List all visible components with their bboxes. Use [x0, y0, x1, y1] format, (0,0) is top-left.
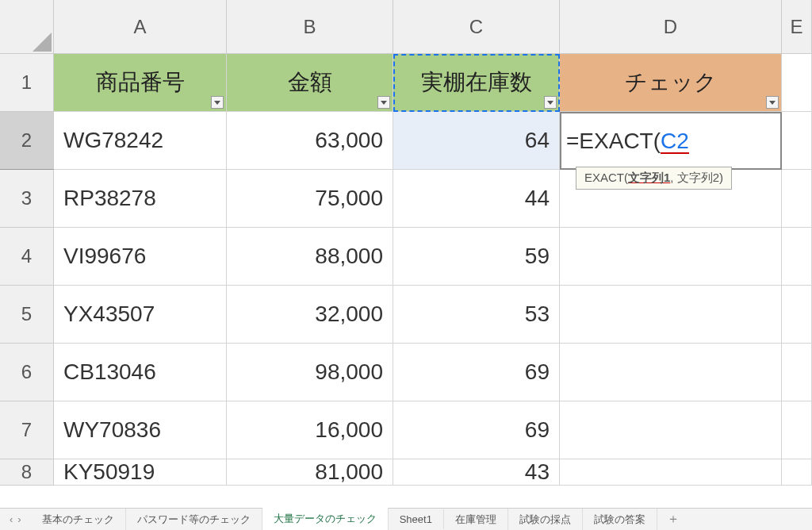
tab-nav: ‹ ›: [0, 513, 31, 525]
cell-B2[interactable]: 63,000: [227, 112, 393, 170]
sheet-tab[interactable]: 在庫管理: [444, 509, 508, 531]
sheet-tab[interactable]: 基本のチェック: [31, 509, 126, 531]
cell-B3[interactable]: 75,000: [227, 170, 393, 228]
cell-E4[interactable]: [782, 228, 812, 286]
cell-E6[interactable]: [782, 344, 812, 401]
cell-C5[interactable]: 53: [393, 286, 560, 344]
sheet-tab[interactable]: 試験の答案: [583, 509, 657, 531]
col-header-C[interactable]: C: [393, 0, 560, 54]
cell-D5[interactable]: [560, 286, 782, 344]
row-header-7[interactable]: 7: [0, 401, 54, 459]
row-header-4[interactable]: 4: [0, 228, 54, 286]
cell-A7[interactable]: WY70836: [54, 401, 227, 459]
header-label: 実棚在庫数: [421, 67, 532, 98]
cell-B6[interactable]: 98,000: [227, 344, 393, 401]
filter-icon[interactable]: [211, 96, 224, 109]
header-label: 商品番号: [96, 67, 185, 98]
cell-A5[interactable]: YX43507: [54, 286, 227, 344]
cell-B7[interactable]: 16,000: [227, 401, 393, 459]
cell-B8[interactable]: 81,000: [227, 459, 393, 486]
cell-B4[interactable]: 88,000: [227, 228, 393, 286]
cell-A8[interactable]: KY50919: [54, 459, 227, 486]
cell-D8[interactable]: [560, 459, 782, 486]
col-header-E[interactable]: E: [782, 0, 812, 54]
add-sheet-button[interactable]: ＋: [657, 511, 689, 528]
col-header-A[interactable]: A: [54, 0, 227, 54]
filter-icon[interactable]: [766, 96, 779, 109]
cell-D4[interactable]: [560, 228, 782, 286]
cell-C2[interactable]: 64: [393, 112, 560, 170]
row-header-1[interactable]: 1: [0, 54, 54, 112]
cell-A3[interactable]: RP38278: [54, 170, 227, 228]
filter-icon[interactable]: [544, 96, 557, 109]
header-label: チェック: [625, 67, 717, 98]
cell-D7[interactable]: [560, 401, 782, 459]
cell-A4[interactable]: VI99676: [54, 228, 227, 286]
function-tooltip[interactable]: EXACT(文字列1, 文字列2): [576, 167, 732, 190]
cell-A6[interactable]: CB13046: [54, 344, 227, 401]
row-header-8[interactable]: 8: [0, 459, 54, 486]
sheet-tab[interactable]: 試験の採点: [508, 509, 583, 531]
row-header-5[interactable]: 5: [0, 286, 54, 344]
cell-C8[interactable]: 43: [393, 459, 560, 486]
header-stock[interactable]: 実棚在庫数: [393, 54, 560, 112]
cell-C3[interactable]: 44: [393, 170, 560, 228]
sheet-tab[interactable]: パスワード等のチェック: [126, 509, 262, 531]
sheet-tab-active[interactable]: 大量データのチェック: [262, 508, 389, 531]
tab-prev-icon[interactable]: ‹: [10, 513, 13, 525]
header-product-no[interactable]: 商品番号: [54, 54, 227, 112]
header-label: 金額: [288, 67, 332, 98]
col-header-B[interactable]: B: [227, 0, 393, 54]
cell-D2-editing[interactable]: =EXACT(C2: [560, 112, 782, 170]
row-header-2[interactable]: 2: [0, 112, 54, 170]
cell-E5[interactable]: [782, 286, 812, 344]
header-check[interactable]: チェック: [560, 54, 782, 112]
cell-C7[interactable]: 69: [393, 401, 560, 459]
cell-D6[interactable]: [560, 344, 782, 401]
cell-C4[interactable]: 59: [393, 228, 560, 286]
cell-B5[interactable]: 32,000: [227, 286, 393, 344]
row-header-6[interactable]: 6: [0, 344, 54, 401]
select-all-corner[interactable]: [0, 0, 54, 54]
header-amount[interactable]: 金額: [227, 54, 393, 112]
tab-next-icon[interactable]: ›: [17, 513, 21, 525]
formula-input[interactable]: =EXACT(C2: [566, 129, 689, 154]
cell-E7[interactable]: [782, 401, 812, 459]
col-header-D[interactable]: D: [560, 0, 782, 54]
row-header-3[interactable]: 3: [0, 170, 54, 228]
cell-E2[interactable]: [782, 112, 812, 170]
cell-E1[interactable]: [782, 54, 812, 112]
sheet-tabs-bar: ‹ › 基本のチェック パスワード等のチェック 大量データのチェック Sheet…: [0, 508, 812, 530]
cell-E3[interactable]: [782, 170, 812, 228]
cell-A2[interactable]: WG78242: [54, 112, 227, 170]
cell-C6[interactable]: 69: [393, 344, 560, 401]
spreadsheet-grid[interactable]: A B C D E 1 商品番号 金額 実棚在庫数 チェック 2 WG78242…: [0, 0, 812, 486]
sheet-tab[interactable]: Sheet1: [389, 509, 444, 529]
filter-icon[interactable]: [377, 96, 390, 109]
cell-E8[interactable]: [782, 459, 812, 486]
